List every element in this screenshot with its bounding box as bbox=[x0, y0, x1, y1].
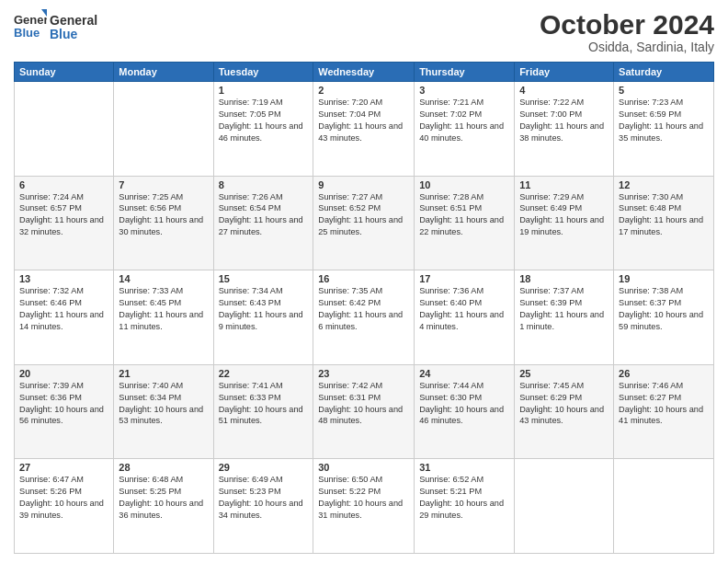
day-number: 13 bbox=[19, 273, 108, 284]
header-saturday: Saturday bbox=[614, 63, 714, 82]
svg-text:Blue: Blue bbox=[14, 26, 40, 40]
day-info: Sunrise: 7:27 AM Sunset: 6:52 PM Dayligh… bbox=[318, 191, 409, 239]
location: Osidda, Sardinia, Italy bbox=[540, 40, 714, 54]
day-number: 2 bbox=[318, 85, 409, 96]
day-number: 3 bbox=[419, 85, 509, 96]
page: General Blue General Blue October 2024 O… bbox=[0, 0, 728, 563]
title-block: October 2024 Osidda, Sardinia, Italy bbox=[540, 9, 714, 54]
day-info: Sunrise: 7:28 AM Sunset: 6:51 PM Dayligh… bbox=[419, 191, 509, 239]
cell-2-0: 13Sunrise: 7:32 AM Sunset: 6:46 PM Dayli… bbox=[15, 270, 114, 365]
cell-2-3: 16Sunrise: 7:35 AM Sunset: 6:42 PM Dayli… bbox=[313, 270, 415, 365]
day-number: 19 bbox=[619, 273, 709, 284]
cell-4-1: 28Sunrise: 6:48 AM Sunset: 5:25 PM Dayli… bbox=[114, 459, 213, 554]
day-number: 8 bbox=[219, 179, 309, 190]
day-info: Sunrise: 7:30 AM Sunset: 6:48 PM Dayligh… bbox=[619, 191, 709, 239]
cell-0-2: 1Sunrise: 7:19 AM Sunset: 7:05 PM Daylig… bbox=[213, 82, 313, 177]
cell-2-5: 18Sunrise: 7:37 AM Sunset: 6:39 PM Dayli… bbox=[515, 270, 614, 365]
header-tuesday: Tuesday bbox=[213, 63, 313, 82]
week-row-4: 27Sunrise: 6:47 AM Sunset: 5:26 PM Dayli… bbox=[15, 459, 714, 554]
cell-0-5: 4Sunrise: 7:22 AM Sunset: 7:00 PM Daylig… bbox=[515, 82, 614, 177]
cell-0-4: 3Sunrise: 7:21 AM Sunset: 7:02 PM Daylig… bbox=[415, 82, 515, 177]
day-info: Sunrise: 7:22 AM Sunset: 7:00 PM Dayligh… bbox=[519, 97, 609, 144]
svg-text:General: General bbox=[14, 13, 47, 27]
day-info: Sunrise: 7:42 AM Sunset: 6:31 PM Dayligh… bbox=[318, 380, 409, 428]
cell-2-2: 15Sunrise: 7:34 AM Sunset: 6:43 PM Dayli… bbox=[213, 270, 313, 365]
day-number: 27 bbox=[19, 462, 108, 473]
day-number: 17 bbox=[419, 273, 509, 284]
header: General Blue General Blue October 2024 O… bbox=[14, 9, 714, 54]
day-info: Sunrise: 6:49 AM Sunset: 5:23 PM Dayligh… bbox=[219, 474, 309, 522]
cell-4-6 bbox=[614, 459, 714, 554]
day-number: 28 bbox=[119, 462, 208, 473]
month-year: October 2024 bbox=[540, 9, 714, 40]
header-sunday: Sunday bbox=[15, 63, 114, 82]
day-info: Sunrise: 7:24 AM Sunset: 6:57 PM Dayligh… bbox=[19, 191, 108, 239]
day-info: Sunrise: 6:48 AM Sunset: 5:25 PM Dayligh… bbox=[119, 474, 208, 522]
cell-4-5 bbox=[515, 459, 614, 554]
week-row-2: 13Sunrise: 7:32 AM Sunset: 6:46 PM Dayli… bbox=[15, 270, 714, 365]
week-row-0: 1Sunrise: 7:19 AM Sunset: 7:05 PM Daylig… bbox=[15, 82, 714, 177]
logo-general: General bbox=[50, 14, 97, 28]
day-info: Sunrise: 7:34 AM Sunset: 6:43 PM Dayligh… bbox=[219, 285, 309, 333]
day-number: 25 bbox=[519, 368, 609, 379]
cell-1-4: 10Sunrise: 7:28 AM Sunset: 6:51 PM Dayli… bbox=[415, 176, 515, 270]
cell-4-3: 30Sunrise: 6:50 AM Sunset: 5:22 PM Dayli… bbox=[313, 459, 415, 554]
day-info: Sunrise: 7:35 AM Sunset: 6:42 PM Dayligh… bbox=[318, 285, 409, 333]
cell-3-2: 22Sunrise: 7:41 AM Sunset: 6:33 PM Dayli… bbox=[213, 364, 313, 459]
week-row-1: 6Sunrise: 7:24 AM Sunset: 6:57 PM Daylig… bbox=[15, 176, 714, 270]
day-number: 20 bbox=[19, 368, 108, 379]
day-info: Sunrise: 6:47 AM Sunset: 5:26 PM Dayligh… bbox=[19, 474, 108, 522]
day-number: 4 bbox=[519, 85, 609, 96]
day-info: Sunrise: 6:50 AM Sunset: 5:22 PM Dayligh… bbox=[318, 474, 409, 522]
day-info: Sunrise: 7:20 AM Sunset: 7:04 PM Dayligh… bbox=[318, 97, 409, 144]
day-info: Sunrise: 7:23 AM Sunset: 6:59 PM Dayligh… bbox=[619, 97, 709, 144]
header-monday: Monday bbox=[114, 63, 213, 82]
logo: General Blue General Blue bbox=[14, 9, 97, 46]
day-number: 23 bbox=[318, 368, 409, 379]
cell-0-3: 2Sunrise: 7:20 AM Sunset: 7:04 PM Daylig… bbox=[313, 82, 415, 177]
day-number: 11 bbox=[519, 179, 609, 190]
cell-3-5: 25Sunrise: 7:45 AM Sunset: 6:29 PM Dayli… bbox=[515, 364, 614, 459]
cell-3-3: 23Sunrise: 7:42 AM Sunset: 6:31 PM Dayli… bbox=[313, 364, 415, 459]
cell-1-1: 7Sunrise: 7:25 AM Sunset: 6:56 PM Daylig… bbox=[114, 176, 213, 270]
day-info: Sunrise: 7:21 AM Sunset: 7:02 PM Dayligh… bbox=[419, 97, 509, 144]
day-info: Sunrise: 7:41 AM Sunset: 6:33 PM Dayligh… bbox=[219, 380, 309, 428]
logo-icon: General Blue bbox=[14, 9, 47, 42]
day-number: 22 bbox=[219, 368, 309, 379]
day-number: 1 bbox=[219, 85, 309, 96]
cell-4-0: 27Sunrise: 6:47 AM Sunset: 5:26 PM Dayli… bbox=[15, 459, 114, 554]
cell-2-1: 14Sunrise: 7:33 AM Sunset: 6:45 PM Dayli… bbox=[114, 270, 213, 365]
day-number: 24 bbox=[419, 368, 509, 379]
day-number: 6 bbox=[19, 179, 108, 190]
cell-1-2: 8Sunrise: 7:26 AM Sunset: 6:54 PM Daylig… bbox=[213, 176, 313, 270]
cell-4-2: 29Sunrise: 6:49 AM Sunset: 5:23 PM Dayli… bbox=[213, 459, 313, 554]
day-number: 31 bbox=[419, 462, 509, 473]
week-row-3: 20Sunrise: 7:39 AM Sunset: 6:36 PM Dayli… bbox=[15, 364, 714, 459]
logo-blue: Blue bbox=[50, 28, 97, 41]
cell-1-6: 12Sunrise: 7:30 AM Sunset: 6:48 PM Dayli… bbox=[614, 176, 714, 270]
cell-1-3: 9Sunrise: 7:27 AM Sunset: 6:52 PM Daylig… bbox=[313, 176, 415, 270]
day-number: 14 bbox=[119, 273, 208, 284]
cell-0-6: 5Sunrise: 7:23 AM Sunset: 6:59 PM Daylig… bbox=[614, 82, 714, 177]
cell-3-0: 20Sunrise: 7:39 AM Sunset: 6:36 PM Dayli… bbox=[15, 364, 114, 459]
day-number: 29 bbox=[219, 462, 309, 473]
day-number: 5 bbox=[619, 85, 709, 96]
day-number: 18 bbox=[519, 273, 609, 284]
cell-3-4: 24Sunrise: 7:44 AM Sunset: 6:30 PM Dayli… bbox=[415, 364, 515, 459]
day-info: Sunrise: 7:46 AM Sunset: 6:27 PM Dayligh… bbox=[619, 380, 709, 428]
calendar-table: Sunday Monday Tuesday Wednesday Thursday… bbox=[14, 62, 714, 554]
day-number: 21 bbox=[119, 368, 208, 379]
cell-1-0: 6Sunrise: 7:24 AM Sunset: 6:57 PM Daylig… bbox=[15, 176, 114, 270]
day-info: Sunrise: 7:19 AM Sunset: 7:05 PM Dayligh… bbox=[219, 97, 309, 144]
day-info: Sunrise: 7:39 AM Sunset: 6:36 PM Dayligh… bbox=[19, 380, 108, 428]
day-info: Sunrise: 7:40 AM Sunset: 6:34 PM Dayligh… bbox=[119, 380, 208, 428]
cell-3-6: 26Sunrise: 7:46 AM Sunset: 6:27 PM Dayli… bbox=[614, 364, 714, 459]
cell-3-1: 21Sunrise: 7:40 AM Sunset: 6:34 PM Dayli… bbox=[114, 364, 213, 459]
day-info: Sunrise: 7:45 AM Sunset: 6:29 PM Dayligh… bbox=[519, 380, 609, 428]
day-info: Sunrise: 7:26 AM Sunset: 6:54 PM Dayligh… bbox=[219, 191, 309, 239]
cell-2-4: 17Sunrise: 7:36 AM Sunset: 6:40 PM Dayli… bbox=[415, 270, 515, 365]
cell-1-5: 11Sunrise: 7:29 AM Sunset: 6:49 PM Dayli… bbox=[515, 176, 614, 270]
day-number: 15 bbox=[219, 273, 309, 284]
day-info: Sunrise: 7:29 AM Sunset: 6:49 PM Dayligh… bbox=[519, 191, 609, 239]
header-wednesday: Wednesday bbox=[313, 63, 415, 82]
